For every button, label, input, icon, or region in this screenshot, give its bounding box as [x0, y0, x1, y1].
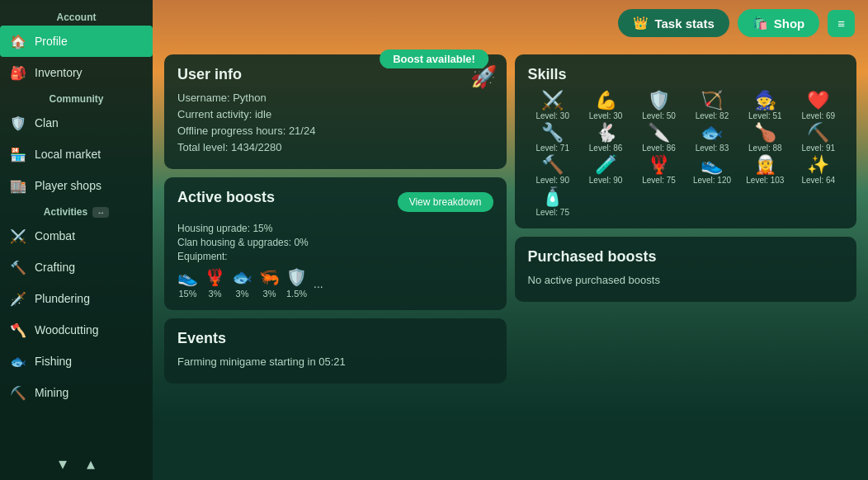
sidebar-item-profile[interactable]: 🏠 Profile	[0, 26, 153, 57]
mining-icon: ⛏️	[8, 383, 28, 402]
boosts-title: Active boosts	[177, 189, 275, 206]
sidebar-item-fishing[interactable]: 🐟 Fishing	[0, 346, 153, 377]
equipment-label: Equipment:	[177, 251, 493, 262]
skill-level-5: Level: 69	[801, 111, 835, 120]
sidebar-item-clan[interactable]: 🛡️ Clan	[0, 107, 153, 139]
skill-icon-health: ❤️	[807, 92, 829, 110]
skill-icon-fishing: 🐟	[701, 124, 723, 142]
sidebar-item-plundering[interactable]: 🗡️ Plundering	[0, 283, 153, 314]
sidebar-label-combat: Combat	[35, 229, 75, 242]
skill-item-13: 🧪 Level: 90	[581, 156, 630, 185]
skill-icon-mining: ⛏️	[807, 124, 829, 142]
sidebar-item-mining[interactable]: ⛏️ Mining	[0, 377, 153, 408]
skill-icon-speed: 👟	[701, 156, 723, 174]
equip-icon-3: 🦐	[259, 267, 280, 287]
activities-label: Activities	[44, 206, 87, 218]
skill-item-14: 🦞 Level: 75	[634, 156, 683, 185]
activities-arrows[interactable]: ↔	[92, 207, 109, 218]
equip-pct-0: 15%	[178, 289, 196, 299]
skill-icon-agility: 🐇	[595, 124, 617, 142]
sidebar-label-mining: Mining	[35, 386, 68, 399]
home-icon: 🏠	[8, 31, 28, 51]
skill-level-11: Level: 91	[801, 144, 835, 153]
skill-item-15: 👟 Level: 120	[687, 156, 737, 185]
sidebar: Account 🏠 Profile 🎒 Inventory Community …	[0, 0, 153, 480]
total-level-row: Total level: 1434/2280	[177, 141, 493, 153]
shops-icon: 🏬	[8, 176, 28, 195]
account-label: Account	[0, 7, 153, 26]
equip-icon-0: 👟	[177, 267, 198, 287]
sidebar-item-crafting[interactable]: 🔨 Crafting	[0, 252, 153, 283]
skill-level-10: Level: 88	[748, 144, 782, 153]
skill-icon-range: 🏹	[701, 92, 723, 110]
crafting-icon: 🔨	[8, 257, 28, 277]
woodcutting-icon: 🪓	[8, 320, 28, 340]
menu-icon: ≡	[837, 16, 845, 31]
skill-icon-alchemy: 🧪	[595, 156, 617, 174]
boost-banner: Boost available!	[380, 49, 488, 68]
skill-level-4: Level: 51	[748, 111, 782, 120]
skill-item-18: 🧴 Level: 75	[528, 188, 578, 217]
skill-item-16: 🧝 Level: 103	[740, 156, 790, 185]
scroll-up-button[interactable]: ▴	[87, 454, 95, 473]
view-breakdown-button[interactable]: View breakdown	[398, 192, 493, 212]
task-stats-button[interactable]: 👑 Task stats	[618, 9, 729, 37]
skill-icon-sword: ⚔️	[541, 92, 564, 110]
equip-item-3: 🦐 3%	[259, 267, 280, 299]
skill-level-6: Level: 71	[535, 144, 569, 153]
skill-icon-strength: 💪	[595, 92, 617, 110]
sidebar-label-plundering: Plundering	[35, 292, 90, 305]
menu-button[interactable]: ≡	[828, 10, 855, 37]
equipment-row: 👟 15% 🦞 3% 🐟 3% 🦐 3% 🛡️ 1.5%	[177, 267, 493, 299]
equip-pct-3: 3%	[263, 289, 276, 299]
left-column: User info 🚀 Username: Python Current act…	[164, 54, 507, 407]
skill-item-17: ✨ Level: 64	[794, 156, 843, 185]
sidebar-bottom: ▾ ▴	[0, 454, 153, 473]
housing-boost-row: Housing uprade: 15%	[177, 223, 493, 234]
skill-item-7: 🐇 Level: 86	[581, 124, 630, 153]
skill-level-12: Level: 90	[535, 176, 569, 185]
skill-level-15: Level: 120	[693, 176, 731, 185]
skill-item-4: 🧙 Level: 51	[740, 92, 790, 120]
user-info-title: User info	[177, 66, 493, 83]
equip-icon-1: 🦞	[205, 267, 225, 287]
sidebar-item-local-market[interactable]: 🏪 Local market	[0, 139, 153, 170]
equip-item-1: 🦞 3%	[205, 267, 225, 299]
sidebar-label-inventory: Inventory	[35, 66, 83, 79]
skill-item-1: 💪 Level: 30	[581, 92, 630, 120]
shop-icon: 🛍️	[752, 16, 768, 31]
active-boosts-panel: Active boosts View breakdown Housing upr…	[164, 177, 507, 310]
scroll-down-button[interactable]: ▾	[59, 454, 67, 473]
sidebar-label-woodcutting: Woodcutting	[35, 323, 99, 336]
sidebar-item-woodcutting[interactable]: 🪓 Woodcutting	[0, 314, 153, 346]
clan-housing-row: Clan housing & upgrades: 0%	[177, 237, 493, 248]
equip-icon-4: 🛡️	[286, 267, 307, 287]
skill-icon-smithing: 🔨	[541, 156, 564, 174]
skill-icon-sparkle: ✨	[807, 156, 829, 174]
skills-title: Skills	[528, 66, 844, 83]
sidebar-item-combat[interactable]: ⚔️ Combat	[0, 220, 153, 252]
user-info-panel: User info 🚀 Username: Python Current act…	[164, 54, 507, 169]
task-stats-icon: 👑	[633, 16, 649, 31]
skill-item-9: 🐟 Level: 83	[687, 124, 737, 153]
skill-icon-tool: 🔧	[541, 124, 564, 142]
fishing-icon: 🐟	[8, 351, 28, 371]
skill-level-3: Level: 82	[696, 111, 729, 120]
activity-row: Current activity: idle	[177, 108, 493, 120]
sidebar-item-player-shops[interactable]: 🏬 Player shops	[0, 170, 153, 201]
skill-item-6: 🔧 Level: 71	[528, 124, 578, 153]
plundering-icon: 🗡️	[8, 289, 28, 308]
equip-icon-2: 🐟	[232, 267, 252, 287]
skills-grid: ⚔️ Level: 30 💪 Level: 30 🛡️ Level: 50 🏹 …	[528, 92, 844, 217]
skill-item-11: ⛏️ Level: 91	[794, 124, 843, 153]
right-column: Skills ⚔️ Level: 30 💪 Level: 30 🛡️ Level…	[515, 54, 857, 407]
shop-button[interactable]: 🛍️ Shop	[738, 9, 820, 37]
skill-level-14: Level: 75	[642, 176, 676, 185]
sidebar-item-inventory[interactable]: 🎒 Inventory	[0, 57, 153, 88]
events-title: Events	[177, 330, 493, 347]
topbar: 👑 Task stats 🛍️ Shop ≡	[153, 0, 868, 46]
skill-item-10: 🍗 Level: 88	[740, 124, 790, 153]
equip-item-4: 🛡️ 1.5%	[286, 267, 307, 299]
skill-icon-magic: 🧙	[754, 92, 776, 110]
skill-level-17: Level: 64	[801, 176, 835, 185]
